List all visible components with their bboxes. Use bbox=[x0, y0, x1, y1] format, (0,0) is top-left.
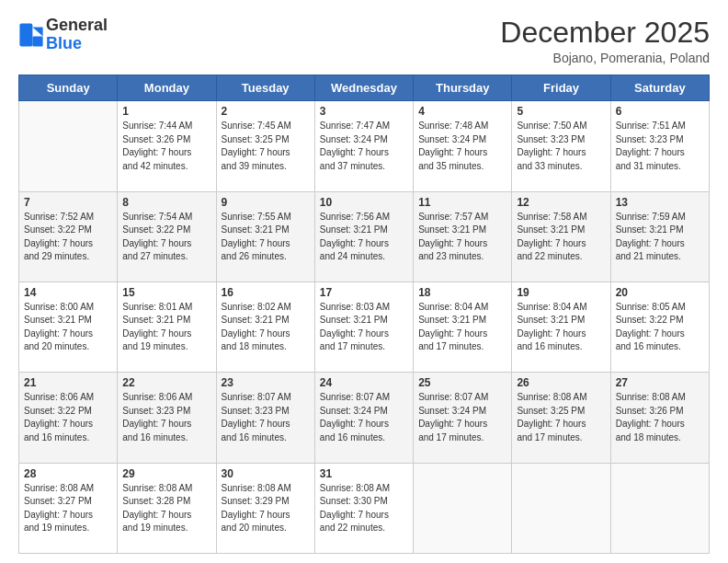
logo-icon bbox=[18, 22, 44, 48]
day-number: 11 bbox=[418, 196, 506, 209]
calendar-cell: 11Sunrise: 7:57 AM Sunset: 3:21 PM Dayli… bbox=[414, 191, 512, 282]
calendar-cell: 9Sunrise: 7:55 AM Sunset: 3:21 PM Daylig… bbox=[216, 191, 314, 282]
day-number: 22 bbox=[122, 376, 210, 389]
week-row-2: 7Sunrise: 7:52 AM Sunset: 3:22 PM Daylig… bbox=[19, 191, 710, 282]
calendar-cell: 27Sunrise: 8:08 AM Sunset: 3:26 PM Dayli… bbox=[610, 373, 709, 463]
calendar-cell: 24Sunrise: 8:07 AM Sunset: 3:24 PM Dayli… bbox=[314, 373, 413, 463]
logo-text: General Blue bbox=[46, 17, 108, 53]
day-number: 8 bbox=[122, 196, 210, 209]
day-number: 5 bbox=[517, 105, 605, 118]
logo: General Blue bbox=[18, 17, 108, 53]
main-title: December 2025 bbox=[500, 17, 710, 49]
calendar-cell: 15Sunrise: 8:01 AM Sunset: 3:21 PM Dayli… bbox=[118, 282, 216, 372]
page: General Blue December 2025 Bojano, Pomer… bbox=[0, 0, 728, 563]
calendar-cell: 26Sunrise: 8:08 AM Sunset: 3:25 PM Dayli… bbox=[512, 373, 610, 463]
header-thursday: Thursday bbox=[414, 75, 512, 101]
calendar-cell: 25Sunrise: 8:07 AM Sunset: 3:24 PM Dayli… bbox=[414, 373, 512, 463]
day-info: Sunrise: 7:48 AM Sunset: 3:24 PM Dayligh… bbox=[418, 120, 506, 173]
day-info: Sunrise: 7:47 AM Sunset: 3:24 PM Dayligh… bbox=[320, 120, 408, 173]
calendar-cell: 12Sunrise: 7:58 AM Sunset: 3:21 PM Dayli… bbox=[512, 191, 610, 282]
day-info: Sunrise: 8:04 AM Sunset: 3:21 PM Dayligh… bbox=[418, 301, 506, 354]
svg-rect-3 bbox=[32, 36, 42, 46]
day-info: Sunrise: 7:44 AM Sunset: 3:26 PM Dayligh… bbox=[122, 120, 210, 173]
day-number: 23 bbox=[222, 376, 310, 389]
day-number: 18 bbox=[418, 286, 506, 299]
header-monday: Monday bbox=[118, 75, 216, 101]
day-number: 9 bbox=[222, 196, 310, 209]
week-row-4: 21Sunrise: 8:06 AM Sunset: 3:22 PM Dayli… bbox=[19, 373, 710, 463]
calendar-cell: 2Sunrise: 7:45 AM Sunset: 3:25 PM Daylig… bbox=[216, 101, 314, 191]
calendar-cell: 21Sunrise: 8:06 AM Sunset: 3:22 PM Dayli… bbox=[19, 373, 118, 463]
calendar-cell: 1Sunrise: 7:44 AM Sunset: 3:26 PM Daylig… bbox=[118, 101, 216, 191]
week-row-1: 1Sunrise: 7:44 AM Sunset: 3:26 PM Daylig… bbox=[19, 101, 710, 191]
day-number: 20 bbox=[616, 286, 704, 299]
day-number: 17 bbox=[320, 286, 408, 299]
day-info: Sunrise: 7:52 AM Sunset: 3:22 PM Dayligh… bbox=[24, 211, 112, 264]
day-info: Sunrise: 8:08 AM Sunset: 3:28 PM Dayligh… bbox=[122, 482, 210, 535]
day-number: 30 bbox=[222, 467, 310, 480]
day-info: Sunrise: 7:45 AM Sunset: 3:25 PM Dayligh… bbox=[222, 120, 310, 173]
day-info: Sunrise: 7:50 AM Sunset: 3:23 PM Dayligh… bbox=[517, 120, 605, 173]
day-number: 19 bbox=[517, 286, 605, 299]
calendar-cell: 10Sunrise: 7:56 AM Sunset: 3:21 PM Dayli… bbox=[314, 191, 413, 282]
day-info: Sunrise: 8:08 AM Sunset: 3:27 PM Dayligh… bbox=[24, 482, 112, 535]
day-number: 29 bbox=[122, 467, 210, 480]
day-info: Sunrise: 7:55 AM Sunset: 3:21 PM Dayligh… bbox=[222, 211, 310, 264]
day-info: Sunrise: 8:05 AM Sunset: 3:22 PM Dayligh… bbox=[616, 301, 704, 354]
calendar-header-row: SundayMondayTuesdayWednesdayThursdayFrid… bbox=[19, 75, 710, 101]
day-number: 28 bbox=[24, 467, 112, 480]
logo-general: General bbox=[46, 16, 108, 34]
calendar-cell: 14Sunrise: 8:00 AM Sunset: 3:21 PM Dayli… bbox=[19, 282, 118, 372]
day-info: Sunrise: 7:51 AM Sunset: 3:23 PM Dayligh… bbox=[616, 120, 704, 173]
week-row-5: 28Sunrise: 8:08 AM Sunset: 3:27 PM Dayli… bbox=[19, 463, 710, 553]
calendar-cell: 4Sunrise: 7:48 AM Sunset: 3:24 PM Daylig… bbox=[414, 101, 512, 191]
day-info: Sunrise: 7:59 AM Sunset: 3:21 PM Dayligh… bbox=[616, 211, 704, 264]
calendar-cell: 16Sunrise: 8:02 AM Sunset: 3:21 PM Dayli… bbox=[216, 282, 314, 372]
day-number: 7 bbox=[24, 196, 112, 209]
calendar-cell: 3Sunrise: 7:47 AM Sunset: 3:24 PM Daylig… bbox=[314, 101, 413, 191]
calendar-cell: 5Sunrise: 7:50 AM Sunset: 3:23 PM Daylig… bbox=[512, 101, 610, 191]
day-info: Sunrise: 7:57 AM Sunset: 3:21 PM Dayligh… bbox=[418, 211, 506, 264]
header-friday: Friday bbox=[512, 75, 610, 101]
day-info: Sunrise: 8:03 AM Sunset: 3:21 PM Dayligh… bbox=[320, 301, 408, 354]
day-info: Sunrise: 8:04 AM Sunset: 3:21 PM Dayligh… bbox=[517, 301, 605, 354]
calendar-cell: 6Sunrise: 7:51 AM Sunset: 3:23 PM Daylig… bbox=[610, 101, 709, 191]
calendar-cell: 7Sunrise: 7:52 AM Sunset: 3:22 PM Daylig… bbox=[19, 191, 118, 282]
day-number: 1 bbox=[122, 105, 210, 118]
day-info: Sunrise: 8:08 AM Sunset: 3:30 PM Dayligh… bbox=[320, 482, 408, 535]
day-number: 26 bbox=[517, 376, 605, 389]
day-number: 4 bbox=[418, 105, 506, 118]
calendar-cell: 30Sunrise: 8:08 AM Sunset: 3:29 PM Dayli… bbox=[216, 463, 314, 553]
calendar-cell: 28Sunrise: 8:08 AM Sunset: 3:27 PM Dayli… bbox=[19, 463, 118, 553]
day-number: 31 bbox=[320, 467, 408, 480]
day-number: 6 bbox=[616, 105, 704, 118]
day-info: Sunrise: 8:08 AM Sunset: 3:25 PM Dayligh… bbox=[517, 391, 605, 444]
header-saturday: Saturday bbox=[610, 75, 709, 101]
calendar-table: SundayMondayTuesdayWednesdayThursdayFrid… bbox=[18, 75, 710, 554]
day-info: Sunrise: 7:54 AM Sunset: 3:22 PM Dayligh… bbox=[122, 211, 210, 264]
header-wednesday: Wednesday bbox=[314, 75, 413, 101]
header: General Blue December 2025 Bojano, Pomer… bbox=[18, 17, 710, 65]
calendar-cell bbox=[610, 463, 709, 553]
day-info: Sunrise: 8:07 AM Sunset: 3:23 PM Dayligh… bbox=[222, 391, 310, 444]
calendar-cell: 17Sunrise: 8:03 AM Sunset: 3:21 PM Dayli… bbox=[314, 282, 413, 372]
day-number: 25 bbox=[418, 376, 506, 389]
day-number: 15 bbox=[122, 286, 210, 299]
day-info: Sunrise: 8:07 AM Sunset: 3:24 PM Dayligh… bbox=[320, 391, 408, 444]
day-info: Sunrise: 8:08 AM Sunset: 3:26 PM Dayligh… bbox=[616, 391, 704, 444]
day-number: 27 bbox=[616, 376, 704, 389]
day-number: 24 bbox=[320, 376, 408, 389]
header-sunday: Sunday bbox=[19, 75, 118, 101]
title-block: December 2025 Bojano, Pomerania, Poland bbox=[500, 17, 710, 65]
calendar-cell bbox=[19, 101, 118, 191]
calendar-cell: 20Sunrise: 8:05 AM Sunset: 3:22 PM Dayli… bbox=[610, 282, 709, 372]
day-info: Sunrise: 8:08 AM Sunset: 3:29 PM Dayligh… bbox=[222, 482, 310, 535]
day-number: 16 bbox=[222, 286, 310, 299]
calendar-cell: 13Sunrise: 7:59 AM Sunset: 3:21 PM Dayli… bbox=[610, 191, 709, 282]
day-number: 21 bbox=[24, 376, 112, 389]
calendar-cell: 31Sunrise: 8:08 AM Sunset: 3:30 PM Dayli… bbox=[314, 463, 413, 553]
day-info: Sunrise: 8:06 AM Sunset: 3:23 PM Dayligh… bbox=[122, 391, 210, 444]
day-info: Sunrise: 8:02 AM Sunset: 3:21 PM Dayligh… bbox=[222, 301, 310, 354]
logo-blue: Blue bbox=[46, 34, 82, 52]
svg-rect-2 bbox=[19, 23, 32, 46]
